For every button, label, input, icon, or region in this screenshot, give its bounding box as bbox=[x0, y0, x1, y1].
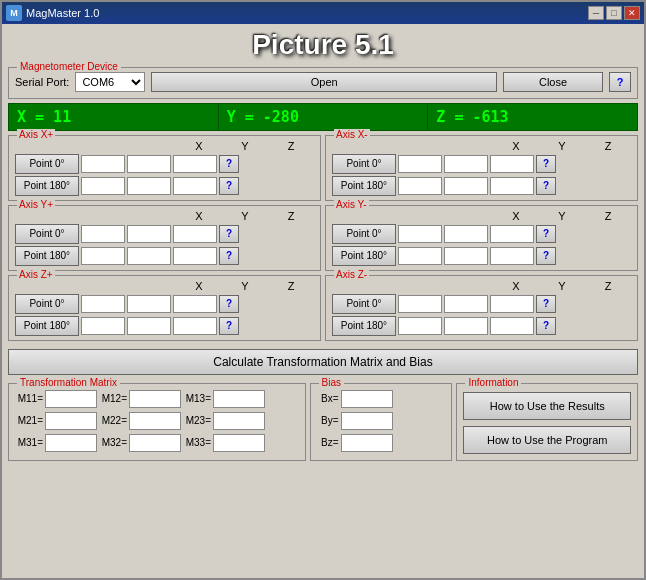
minimize-button[interactable]: ─ bbox=[588, 6, 604, 20]
axis-xm-box: Axis X- X Y Z Point 0° ? Point 180° bbox=[325, 135, 638, 201]
m13-input[interactable] bbox=[213, 390, 265, 408]
open-button[interactable]: Open bbox=[151, 72, 497, 92]
axis-ym-help180-btn[interactable]: ? bbox=[536, 247, 556, 265]
axis-xp-point0-y[interactable] bbox=[127, 155, 171, 173]
how-to-use-results-button[interactable]: How to Use the Results bbox=[463, 392, 631, 420]
axis-zm-point0-btn[interactable]: Point 0° bbox=[332, 294, 396, 314]
axis-xm-point180-btn[interactable]: Point 180° bbox=[332, 176, 396, 196]
axis-ym-point180-z[interactable] bbox=[490, 247, 534, 265]
bx-input[interactable] bbox=[341, 390, 393, 408]
axis-xm-point180-y[interactable] bbox=[444, 177, 488, 195]
axis-xm-point180-x[interactable] bbox=[398, 177, 442, 195]
maximize-button[interactable]: □ bbox=[606, 6, 622, 20]
axis-ym-help0-btn[interactable]: ? bbox=[536, 225, 556, 243]
axis-zm-help0-btn[interactable]: ? bbox=[536, 295, 556, 313]
axis-ym-point180-btn[interactable]: Point 180° bbox=[332, 246, 396, 266]
axis-yp-col-y: Y bbox=[222, 210, 268, 222]
axis-xp-help180-btn[interactable]: ? bbox=[219, 177, 239, 195]
axis-zm-point0-x[interactable] bbox=[398, 295, 442, 313]
bz-input[interactable] bbox=[341, 434, 393, 452]
axis-zp-point180-y[interactable] bbox=[127, 317, 171, 335]
axis-yp-point0-x[interactable] bbox=[81, 225, 125, 243]
axis-xp-help0-btn[interactable]: ? bbox=[219, 155, 239, 173]
by-input[interactable] bbox=[341, 412, 393, 430]
bz-label: Bz= bbox=[317, 437, 339, 448]
axis-xm-help180-btn[interactable]: ? bbox=[536, 177, 556, 195]
m31-input[interactable] bbox=[45, 434, 97, 452]
axis-xm-help0-btn[interactable]: ? bbox=[536, 155, 556, 173]
axis-ym-point0-x[interactable] bbox=[398, 225, 442, 243]
axis-xm-point0-x[interactable] bbox=[398, 155, 442, 173]
axis-xm-point0-z[interactable] bbox=[490, 155, 534, 173]
close-button[interactable]: Close bbox=[503, 72, 603, 92]
m11-input[interactable] bbox=[45, 390, 97, 408]
axis-yp-col-x: X bbox=[176, 210, 222, 222]
axis-zp-point0-y[interactable] bbox=[127, 295, 171, 313]
axis-xp-point0-z[interactable] bbox=[173, 155, 217, 173]
axis-zm-point0-y[interactable] bbox=[444, 295, 488, 313]
axis-zm-point180-z[interactable] bbox=[490, 317, 534, 335]
bottom-section: Transformation Matrix M11= M12= M13= M21… bbox=[8, 383, 638, 461]
serial-port-label: Serial Port: bbox=[15, 76, 69, 88]
device-help-button[interactable]: ? bbox=[609, 72, 631, 92]
axis-yp-help180-btn[interactable]: ? bbox=[219, 247, 239, 265]
axis-zp-help180-btn[interactable]: ? bbox=[219, 317, 239, 335]
axis-xm-point180-z[interactable] bbox=[490, 177, 534, 195]
axis-zp-point180-z[interactable] bbox=[173, 317, 217, 335]
axis-xp-point180-x[interactable] bbox=[81, 177, 125, 195]
axis-yp-point180-y[interactable] bbox=[127, 247, 171, 265]
axis-zp-point180-x[interactable] bbox=[81, 317, 125, 335]
axis-zm-point180-btn[interactable]: Point 180° bbox=[332, 316, 396, 336]
m22-label: M22= bbox=[99, 415, 127, 426]
close-window-button[interactable]: ✕ bbox=[624, 6, 640, 20]
axis-zm-point180-x[interactable] bbox=[398, 317, 442, 335]
axis-zm-point0-z[interactable] bbox=[490, 295, 534, 313]
axis-yp-help0-btn[interactable]: ? bbox=[219, 225, 239, 243]
app-icon: M bbox=[6, 5, 22, 21]
axis-xp-point180-y[interactable] bbox=[127, 177, 171, 195]
m23-input[interactable] bbox=[213, 412, 265, 430]
axis-ym-point180-y[interactable] bbox=[444, 247, 488, 265]
axis-yp-point0-y[interactable] bbox=[127, 225, 171, 243]
m21-input[interactable] bbox=[45, 412, 97, 430]
axis-zp-point180-btn[interactable]: Point 180° bbox=[15, 316, 79, 336]
axis-ym-point180-x[interactable] bbox=[398, 247, 442, 265]
bias-box: Bias Bx= By= Bz= bbox=[310, 383, 453, 461]
axis-yp-point180-z[interactable] bbox=[173, 247, 217, 265]
axis-zm-point180-y[interactable] bbox=[444, 317, 488, 335]
calculate-button[interactable]: Calculate Transformation Matrix and Bias bbox=[8, 349, 638, 375]
info-group-label: Information bbox=[465, 377, 521, 388]
m12-input[interactable] bbox=[129, 390, 181, 408]
axis-zm-col-x: X bbox=[493, 280, 539, 292]
axis-yp-point0-z[interactable] bbox=[173, 225, 217, 243]
axis-ym-point0-btn[interactable]: Point 0° bbox=[332, 224, 396, 244]
axis-yp-point0-btn[interactable]: Point 0° bbox=[15, 224, 79, 244]
axis-xm-point0-btn[interactable]: Point 0° bbox=[332, 154, 396, 174]
axis-zp-point0-x[interactable] bbox=[81, 295, 125, 313]
axis-xm-point0-y[interactable] bbox=[444, 155, 488, 173]
how-to-use-program-button[interactable]: How to Use the Program bbox=[463, 426, 631, 454]
axis-xp-point0-x[interactable] bbox=[81, 155, 125, 173]
axis-xp-point180-btn[interactable]: Point 180° bbox=[15, 176, 79, 196]
axis-xp-point180-z[interactable] bbox=[173, 177, 217, 195]
axis-zm-help180-btn[interactable]: ? bbox=[536, 317, 556, 335]
axis-zp-point0-btn[interactable]: Point 0° bbox=[15, 294, 79, 314]
axis-ym-point0-z[interactable] bbox=[490, 225, 534, 243]
axis-yp-point180-btn[interactable]: Point 180° bbox=[15, 246, 79, 266]
main-window: M MagMaster 1.0 ─ □ ✕ Picture 5.1 Magnet… bbox=[0, 0, 646, 580]
serial-port-select[interactable]: COM6 bbox=[75, 72, 145, 92]
axis-yp-point180-x[interactable] bbox=[81, 247, 125, 265]
m33-input[interactable] bbox=[213, 434, 265, 452]
title-bar-controls: ─ □ ✕ bbox=[588, 6, 640, 20]
axis-ym-point0-y[interactable] bbox=[444, 225, 488, 243]
m22-input[interactable] bbox=[129, 412, 181, 430]
axis-ym-row0: Point 0° ? bbox=[332, 224, 631, 244]
axis-xp-point0-btn[interactable]: Point 0° bbox=[15, 154, 79, 174]
axis-xm-row180: Point 180° ? bbox=[332, 176, 631, 196]
axis-zp-help0-btn[interactable]: ? bbox=[219, 295, 239, 313]
info-box: Information How to Use the Results How t… bbox=[456, 383, 638, 461]
m32-input[interactable] bbox=[129, 434, 181, 452]
axis-zp-point0-z[interactable] bbox=[173, 295, 217, 313]
axis-xp-col-x: X bbox=[176, 140, 222, 152]
axis-xp-col-z: Z bbox=[268, 140, 314, 152]
